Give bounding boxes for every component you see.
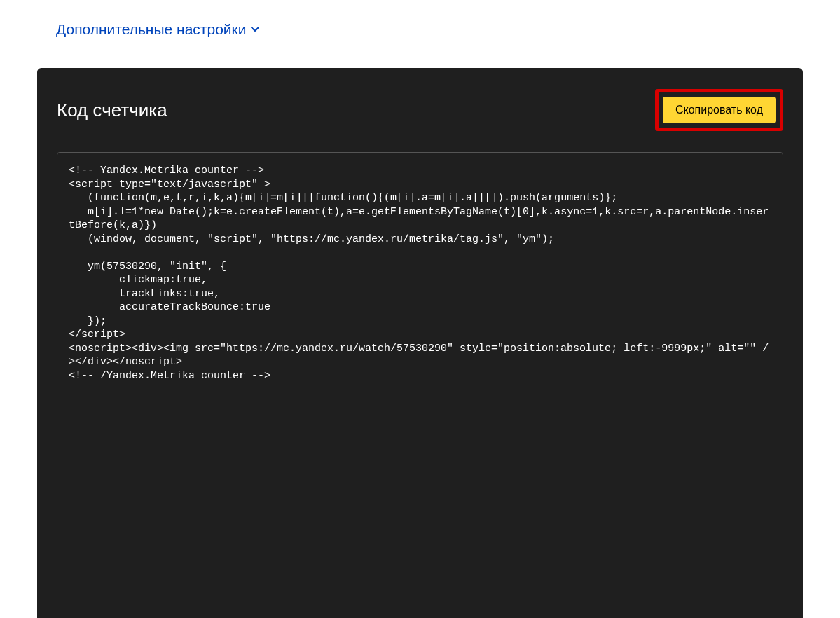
counter-code-block[interactable]: <!-- Yandex.Metrika counter --> <script … bbox=[69, 164, 771, 383]
copy-button-highlight: Скопировать код bbox=[655, 89, 783, 131]
code-container[interactable]: <!-- Yandex.Metrika counter --> <script … bbox=[57, 152, 783, 618]
counter-code-panel: Код счетчика Скопировать код <!-- Yandex… bbox=[37, 68, 803, 618]
additional-settings-toggle[interactable]: Дополнительные настройки bbox=[56, 21, 260, 38]
panel-header: Код счетчика Скопировать код bbox=[57, 89, 783, 131]
panel-title: Код счетчика bbox=[57, 99, 167, 121]
additional-settings-label: Дополнительные настройки bbox=[56, 21, 246, 38]
copy-code-button[interactable]: Скопировать код bbox=[663, 97, 776, 123]
chevron-down-icon bbox=[250, 21, 260, 38]
